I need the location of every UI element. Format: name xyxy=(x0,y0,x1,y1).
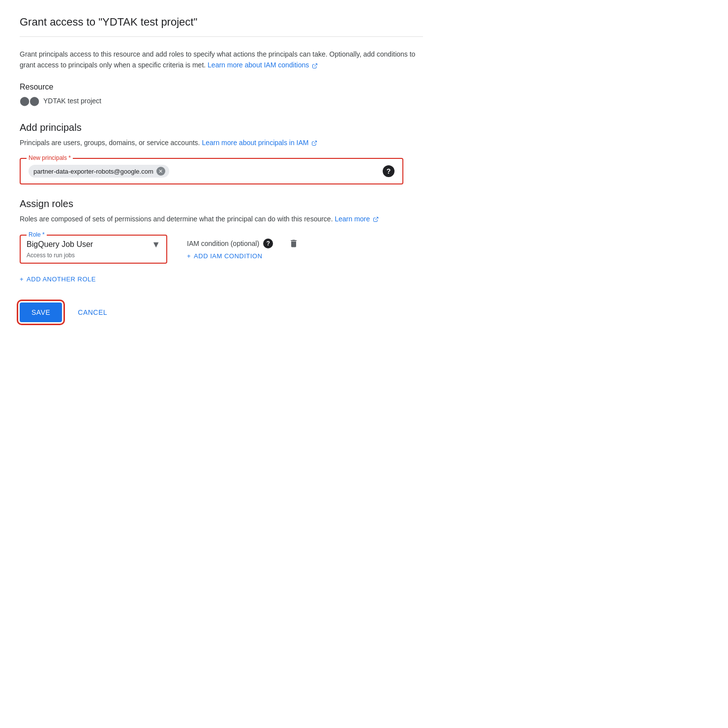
close-icon: ✕ xyxy=(158,168,163,175)
resource-section-title: Resource xyxy=(20,83,423,91)
assign-roles-section: Assign roles Roles are composed of sets … xyxy=(20,198,423,286)
learn-more-principals-link[interactable]: Learn more about principals in IAM xyxy=(202,139,317,147)
resource-item: ⬤⬤ YDTAK test project xyxy=(20,95,423,106)
principal-chip[interactable]: partner-data-exporter-robots@google.com … xyxy=(29,165,169,178)
chip-value: partner-data-exporter-robots@google.com xyxy=(33,168,153,175)
new-principals-label: New principals * xyxy=(27,154,73,161)
actions-row: SAVE CANCEL xyxy=(20,303,423,322)
role-field-wrapper: Role * BigQuery Job User ▼ Access to run… xyxy=(20,235,167,264)
add-iam-condition-button[interactable]: + ADD IAM CONDITION xyxy=(187,252,273,260)
delete-role-button[interactable] xyxy=(289,235,299,251)
iam-condition-label: IAM condition (optional) xyxy=(187,240,259,247)
new-principals-field[interactable]: New principals * partner-data-exporter-r… xyxy=(20,158,403,184)
principals-help-icon[interactable]: ? xyxy=(383,165,394,177)
role-field-label: Role * xyxy=(27,231,47,238)
dropdown-arrow-icon: ▼ xyxy=(152,240,160,250)
role-field[interactable]: Role * BigQuery Job User ▼ Access to run… xyxy=(20,235,167,264)
add-condition-label: ADD IAM CONDITION xyxy=(194,252,262,260)
learn-more-roles-link[interactable]: Learn more xyxy=(334,215,378,223)
assign-roles-description: Roles are composed of sets of permission… xyxy=(20,213,423,224)
plus-icon: + xyxy=(187,252,191,260)
iam-condition-header: IAM condition (optional) ? xyxy=(187,239,273,248)
iam-condition-wrapper: IAM condition (optional) ? + ADD IAM CON… xyxy=(187,235,299,260)
svg-line-1 xyxy=(314,141,317,144)
external-link-icon xyxy=(312,63,318,69)
chip-container: partner-data-exporter-robots@google.com … xyxy=(29,165,383,178)
add-another-role-label: ADD ANOTHER ROLE xyxy=(27,275,96,283)
chip-close-button[interactable]: ✕ xyxy=(156,167,165,176)
learn-more-iam-conditions-link[interactable]: Learn more about IAM conditions xyxy=(208,61,318,69)
add-principals-description: Principals are users, groups, domains, o… xyxy=(20,137,423,148)
svg-line-2 xyxy=(375,217,378,220)
role-select[interactable]: BigQuery Job User ▼ xyxy=(27,240,160,250)
cancel-button[interactable]: CANCEL xyxy=(70,303,115,322)
page-title: Grant access to "YDTAK test project" xyxy=(20,16,423,37)
svg-line-0 xyxy=(314,63,317,66)
role-select-value: BigQuery Job User xyxy=(27,240,93,249)
resource-icon: ⬤⬤ xyxy=(20,95,39,106)
external-link-icon-3 xyxy=(373,216,379,222)
resource-name: YDTAK test project xyxy=(43,97,101,105)
add-another-role-button[interactable]: + ADD ANOTHER ROLE xyxy=(20,272,96,287)
plus-icon-2: + xyxy=(20,275,24,283)
add-principals-title: Add principals xyxy=(20,122,423,133)
iam-condition-section: IAM condition (optional) ? + ADD IAM CON… xyxy=(187,235,273,260)
intro-description: Grant principals access to this resource… xyxy=(20,49,423,71)
save-button[interactable]: SAVE xyxy=(20,303,62,322)
trash-icon xyxy=(289,239,299,248)
external-link-icon-2 xyxy=(311,140,317,146)
iam-condition-help-icon[interactable]: ? xyxy=(263,239,273,248)
role-row: Role * BigQuery Job User ▼ Access to run… xyxy=(20,235,423,264)
add-principals-section: Add principals Principals are users, gro… xyxy=(20,122,423,184)
role-hint: Access to run jobs xyxy=(27,252,160,259)
assign-roles-title: Assign roles xyxy=(20,198,423,210)
resource-section: Resource ⬤⬤ YDTAK test project xyxy=(20,83,423,106)
